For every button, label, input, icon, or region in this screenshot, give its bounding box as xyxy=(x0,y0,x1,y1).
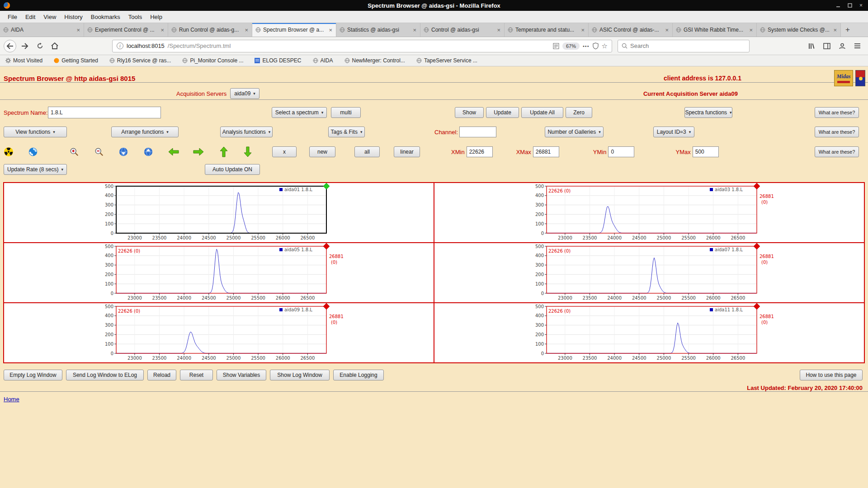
tab-close-icon[interactable]: × xyxy=(412,27,417,33)
bookmark-6[interactable]: AIDA xyxy=(313,57,333,64)
what-are-these-button[interactable]: What are these? xyxy=(815,127,859,137)
menu-edit[interactable]: Edit xyxy=(21,14,39,20)
secondary-logo[interactable] xyxy=(855,70,865,86)
menu-view[interactable]: View xyxy=(39,14,60,20)
bookmark-7[interactable]: NewMerger: Control... xyxy=(344,57,405,64)
maximize-icon[interactable] xyxy=(848,3,852,8)
page-actions-icon[interactable]: ••• xyxy=(583,43,590,49)
tab-8[interactable]: ASIC Control @ aidas-...× xyxy=(589,23,673,37)
radiation-icon[interactable] xyxy=(4,147,14,157)
back-button[interactable] xyxy=(4,40,16,52)
spectrum-name-input[interactable] xyxy=(48,107,161,118)
spectrum-chart-aida07[interactable]: 0100200300400500230002350024000245002500… xyxy=(528,244,808,303)
spectrum-plot-aida11[interactable]: 0100200300400500230002350024000245002500… xyxy=(434,303,864,363)
minimize-icon[interactable] xyxy=(836,3,840,8)
show-button[interactable]: Show xyxy=(455,107,484,118)
tab-6[interactable]: Control @ aidas-gsi× xyxy=(420,23,505,37)
xmax-input[interactable] xyxy=(533,146,559,157)
close-icon[interactable]: × xyxy=(859,2,863,9)
x-button[interactable]: x xyxy=(272,146,297,157)
tab-close-icon[interactable]: × xyxy=(160,27,165,33)
reader-mode-icon[interactable] xyxy=(553,43,559,49)
channel-input[interactable] xyxy=(459,127,496,137)
sidebar-icon[interactable] xyxy=(823,43,830,49)
update-button[interactable]: Update xyxy=(486,107,519,118)
globe-down-icon[interactable] xyxy=(118,147,128,157)
spectrum-chart-aida09[interactable]: 0100200300400500230002350024000245002500… xyxy=(97,304,377,363)
enable-logging-button[interactable]: Enable Logging xyxy=(333,370,384,380)
menu-help[interactable]: Help xyxy=(146,14,166,20)
tab-10[interactable]: System wide Checks @...× xyxy=(757,23,841,37)
tags-fits-dropdown[interactable]: Tags & Fits▾ xyxy=(328,127,365,137)
ymin-input[interactable] xyxy=(608,146,634,157)
number-of-galleries-dropdown[interactable]: Number of Galleries▾ xyxy=(545,127,604,137)
site-info-icon[interactable]: i xyxy=(117,42,123,49)
zoom-in-icon[interactable] xyxy=(69,147,79,157)
send-log-window-to-elog-button[interactable]: Send Log Window to ELog xyxy=(66,370,144,380)
linear-button[interactable]: linear xyxy=(394,146,420,157)
tab-close-icon[interactable]: × xyxy=(833,27,837,33)
spectrum-plot-aida05[interactable]: 0100200300400500230002350024000245002500… xyxy=(4,243,434,303)
library-icon[interactable] xyxy=(808,42,815,50)
show-variables-button[interactable]: Show Variables xyxy=(217,370,266,380)
account-icon[interactable] xyxy=(839,42,846,50)
shield-icon[interactable] xyxy=(593,42,599,49)
reload-button[interactable] xyxy=(33,40,46,52)
ymax-input[interactable] xyxy=(693,146,719,157)
spectrum-plot-aida07[interactable]: 0100200300400500230002350024000245002500… xyxy=(434,243,864,303)
new-tab-button[interactable]: + xyxy=(841,23,854,37)
update-all-button[interactable]: Update All xyxy=(521,107,563,118)
globe-up-icon[interactable] xyxy=(143,147,153,157)
empty-log-window-button[interactable]: Empty Log Window xyxy=(4,370,62,380)
bookmark-8[interactable]: TapeServer Service ... xyxy=(416,57,477,64)
arrow-down-icon[interactable] xyxy=(244,146,252,157)
search-input[interactable] xyxy=(630,42,745,49)
spectra-functions-dropdown[interactable]: Spectra functions▾ xyxy=(684,107,732,118)
reload-button[interactable]: Reload xyxy=(147,370,176,380)
spectrum-chart-aida05[interactable]: 0100200300400500230002350024000245002500… xyxy=(97,244,377,303)
arrow-left-icon[interactable] xyxy=(168,148,179,156)
menu-file[interactable]: File xyxy=(4,14,21,20)
tab-7[interactable]: Temperature and statu...× xyxy=(505,23,589,37)
bookmark-2[interactable]: Getting Started xyxy=(54,57,98,64)
auto-update-button[interactable]: Auto Update ON xyxy=(205,164,260,175)
menu-history[interactable]: History xyxy=(60,14,86,20)
layout-id-dropdown[interactable]: Layout ID=3▾ xyxy=(653,127,694,137)
reset-button[interactable]: Reset xyxy=(180,370,213,380)
bookmark-5[interactable]: ELOG DESPEC xyxy=(255,57,301,64)
bookmark-4[interactable]: Pi_Monitor Console ... xyxy=(182,57,243,64)
tab-close-icon[interactable]: × xyxy=(749,27,753,33)
tab-close-icon[interactable]: × xyxy=(665,27,669,33)
forward-button[interactable] xyxy=(19,40,31,52)
search-bar[interactable] xyxy=(618,40,750,52)
tab-2[interactable]: Experiment Control @ ...× xyxy=(84,23,168,37)
zoom-level-indicator[interactable]: 67% xyxy=(562,42,580,50)
xmin-input[interactable] xyxy=(467,146,493,157)
tab-1[interactable]: AIDA× xyxy=(0,23,84,37)
how-to-use-button[interactable]: How to use this page xyxy=(800,370,863,380)
tab-close-icon[interactable]: × xyxy=(244,27,249,33)
zoom-out-icon[interactable] xyxy=(94,147,104,157)
spectrum-plot-aida09[interactable]: 0100200300400500230002350024000245002500… xyxy=(4,303,434,363)
tab-close-icon[interactable]: × xyxy=(328,27,333,33)
update-rate-dropdown[interactable]: Update Rate (8 secs)▾ xyxy=(4,164,67,175)
all-button[interactable]: all xyxy=(354,146,380,157)
menu-bookmarks[interactable]: Bookmarks xyxy=(87,14,124,20)
menu-tools[interactable]: Tools xyxy=(124,14,146,20)
arrange-functions-dropdown[interactable]: Arrange functions▾ xyxy=(111,127,179,137)
spectrum-plot-aida01[interactable]: 0100200300400500230002350024000245002500… xyxy=(4,183,434,243)
view-functions-dropdown[interactable]: View functions▾ xyxy=(4,127,67,137)
url-bar[interactable]: i localhost:8015 /Spectrum/Spectrum.tml … xyxy=(112,40,612,52)
what-are-these-button[interactable]: What are these? xyxy=(815,107,859,118)
bookmark-1[interactable]: Most Visited xyxy=(5,57,42,64)
home-button[interactable] xyxy=(48,40,61,52)
bookmark-3[interactable]: Rly16 Service @ ras... xyxy=(109,57,171,64)
tab-close-icon[interactable]: × xyxy=(496,27,501,33)
home-link[interactable]: Home xyxy=(4,396,19,403)
midas-logo[interactable]: Midas xyxy=(834,70,853,86)
multi-button[interactable]: multi xyxy=(331,107,361,118)
analysis-functions-dropdown[interactable]: Analysis functions▾ xyxy=(220,127,273,137)
blue-swirl-icon[interactable] xyxy=(28,147,38,157)
what-are-these-button[interactable]: What are these? xyxy=(815,146,859,157)
bookmark-star-icon[interactable]: ☆ xyxy=(602,42,608,49)
